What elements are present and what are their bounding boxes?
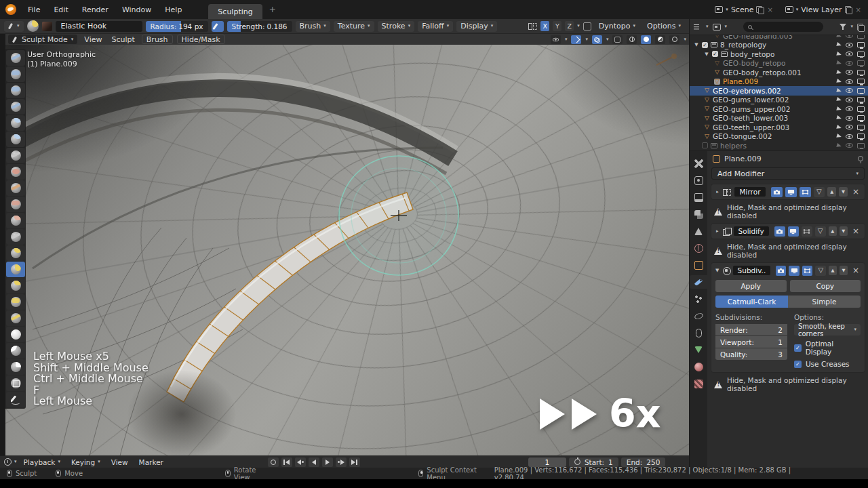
gizmo-toggle[interactable] — [571, 35, 581, 44]
outliner-row[interactable]: ▽GEO-tongue.002 — [690, 132, 868, 142]
hide-eye-icon[interactable] — [846, 88, 853, 93]
quality-field[interactable]: Quality: 3 — [715, 348, 787, 360]
cage-toggle[interactable]: ▽ — [815, 266, 826, 276]
modifier-header[interactable]: ▸ Mirror ▽ ▲ ▼ × — [711, 184, 865, 199]
display-mode-icon[interactable] — [694, 24, 702, 30]
shading-wireframe-button[interactable] — [627, 35, 637, 44]
menu-playback[interactable]: Playback▾ — [20, 458, 64, 466]
outliner-search-input[interactable] — [743, 22, 823, 32]
workspace-tab-sculpting[interactable]: Sculpting — [208, 4, 262, 19]
frame-end-field[interactable]: End: 250 — [621, 458, 666, 467]
collection-checkbox[interactable]: ✓ — [712, 51, 718, 57]
brush-scrape-button[interactable] — [6, 213, 25, 228]
properties-tab-render[interactable] — [690, 174, 707, 187]
brush-preview-icon[interactable] — [27, 20, 39, 32]
mirror-z-button[interactable]: Z — [565, 21, 574, 31]
previous-keyframe-button[interactable] — [295, 458, 306, 467]
properties-tab-objectdata[interactable] — [690, 343, 707, 357]
modifier-name-field[interactable]: Mirror — [734, 187, 766, 197]
menu-sculpt[interactable]: Sculpt — [108, 35, 137, 44]
disable-viewport-icon[interactable] — [857, 97, 865, 102]
collection-checkbox[interactable] — [702, 142, 708, 148]
properties-tab-world[interactable] — [690, 241, 707, 255]
outliner-row[interactable]: helpers — [690, 141, 868, 150]
collection-checkbox[interactable]: ✓ — [702, 42, 708, 48]
cage-toggle[interactable]: ▽ — [815, 226, 826, 237]
expand-icon[interactable]: ▸ — [715, 189, 720, 195]
outliner-row[interactable]: ▽GEO-headband.003 — [690, 35, 868, 41]
simple-button[interactable]: Simple — [788, 296, 861, 308]
brush-snake-hook-button[interactable] — [6, 262, 25, 277]
falloff-menu[interactable]: Falloff▾ — [418, 21, 453, 32]
delete-modifier-button[interactable]: × — [850, 266, 861, 275]
stroke-menu[interactable]: Stroke▾ — [378, 21, 415, 32]
properties-tab-material[interactable] — [690, 360, 707, 373]
current-frame-field[interactable]: 1 — [528, 458, 566, 467]
jump-to-start-button[interactable] — [281, 458, 292, 467]
select-arrow-icon[interactable] — [836, 52, 842, 57]
select-arrow-icon[interactable] — [836, 125, 842, 130]
menu-brush[interactable]: Brush — [142, 35, 173, 44]
brush-pose-button[interactable] — [6, 294, 25, 310]
apply-button[interactable]: Apply — [715, 280, 787, 292]
brush-box-mask-button[interactable] — [6, 359, 25, 375]
view-layer-selector[interactable]: ▾ View Layer × — [785, 5, 863, 14]
dyntopo-menu[interactable]: Dyntopo▾ — [595, 21, 639, 32]
options-menu[interactable]: Options▾ — [643, 21, 685, 32]
hide-eye-icon[interactable] — [846, 43, 853, 47]
menu-window[interactable]: Window — [116, 5, 157, 14]
brush-smooth-button[interactable] — [6, 164, 25, 180]
play-reverse-button[interactable] — [309, 458, 319, 467]
shading-solid-button[interactable] — [641, 35, 651, 44]
properties-tab-physics[interactable] — [690, 309, 707, 323]
move-down-button[interactable]: ▼ — [840, 226, 848, 236]
hide-eye-icon[interactable] — [846, 70, 853, 75]
modifier-header[interactable]: ▼ Subdiv.. ▽ ▲ ▼ × — [711, 263, 865, 278]
delete-modifier-button[interactable]: × — [850, 226, 861, 236]
scene-selector[interactable]: ▾ Scene × — [715, 5, 774, 14]
catmull-clark-button[interactable]: Catmull-Clark — [715, 296, 788, 308]
disable-viewport-icon[interactable] — [857, 88, 865, 94]
hide-eye-icon[interactable] — [846, 98, 853, 102]
dyntopo-checkbox[interactable] — [583, 22, 591, 30]
outliner-row[interactable]: ▽GEO-body_retopo.001 — [690, 68, 868, 77]
pin-icon[interactable] — [858, 156, 863, 161]
use-creases-checkbox[interactable]: ✓ Use Creases — [794, 360, 861, 368]
next-keyframe-button[interactable] — [336, 458, 347, 467]
modifier-name-field[interactable]: Solidify — [734, 226, 769, 236]
brush-clay-button[interactable] — [6, 66, 25, 82]
brush-lasso-mask-button[interactable] — [6, 343, 25, 359]
properties-tab-particles[interactable] — [690, 292, 707, 306]
outliner-row[interactable]: ▽GEO-gums_upper.002 — [690, 104, 868, 114]
properties-tab-modifiers[interactable] — [690, 275, 707, 289]
outliner-row[interactable]: ▽GEO-teeth_upper.003 — [690, 123, 868, 132]
cage-toggle[interactable]: ▽ — [814, 187, 825, 197]
brush-elastic-deform-button[interactable] — [6, 245, 25, 261]
select-arrow-icon[interactable] — [836, 106, 842, 112]
modifier-header[interactable]: ▸ Solidify ▽ ▲ ▼ × — [711, 224, 865, 239]
copy-button[interactable]: Copy — [790, 280, 861, 292]
breadcrumb-object-name[interactable]: Plane.009 — [724, 155, 762, 163]
hide-eye-icon[interactable] — [846, 79, 853, 84]
hide-eye-icon[interactable] — [846, 61, 853, 66]
brush-clay-strips-button[interactable] — [6, 83, 25, 98]
disable-viewport-icon[interactable] — [857, 70, 865, 75]
close-icon[interactable]: × — [766, 6, 774, 14]
brush-annotate-button[interactable] — [6, 392, 25, 407]
mode-selector[interactable]: Sculpt Mode ▾ — [8, 35, 77, 44]
brush-blob-button[interactable] — [6, 131, 25, 147]
mirror-y-button[interactable]: Y — [553, 21, 561, 31]
editmode-toggle[interactable] — [802, 266, 813, 276]
realtime-toggle[interactable] — [789, 266, 800, 276]
disable-viewport-icon[interactable] — [857, 79, 865, 84]
select-arrow-icon[interactable] — [836, 42, 842, 47]
move-up-button[interactable]: ▲ — [829, 226, 837, 236]
select-arrow-icon[interactable] — [836, 134, 842, 139]
select-arrow-icon[interactable] — [836, 88, 842, 94]
select-arrow-icon[interactable] — [836, 60, 842, 66]
mirror-x-button[interactable]: X — [540, 21, 549, 31]
brush-fill-button[interactable] — [6, 197, 25, 212]
brush-box-hide-button[interactable] — [6, 375, 25, 391]
select-arrow-icon[interactable] — [836, 115, 842, 121]
brush-layer-button[interactable] — [6, 99, 25, 115]
